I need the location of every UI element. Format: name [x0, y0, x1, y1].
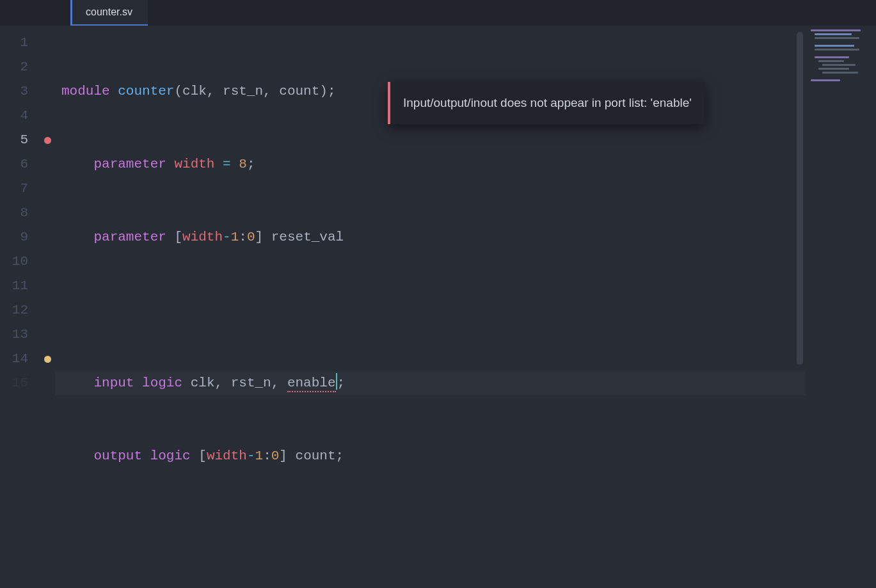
text-cursor: [336, 373, 337, 390]
diagnostic-gutter: [40, 26, 55, 588]
vertical-scrollbar[interactable]: [797, 32, 803, 365]
tab-active[interactable]: counter.sv: [70, 0, 148, 26]
line-number-gutter: 1 2 3 4 5 6 7 8 9 10 11 12 13 14 15: [0, 26, 40, 588]
tab-filename: counter.sv: [86, 6, 132, 17]
warning-marker[interactable]: [40, 347, 55, 371]
error-marker[interactable]: [40, 128, 55, 152]
tab-bar: counter.sv: [0, 0, 876, 26]
minimap[interactable]: [806, 26, 876, 588]
error-underline-enable[interactable]: enable: [287, 376, 336, 392]
diagnostic-tooltip: Input/output/inout does not appear in po…: [388, 82, 705, 124]
tooltip-message: Input/output/inout does not appear in po…: [403, 96, 692, 109]
code-editor[interactable]: 1 2 3 4 5 6 7 8 9 10 11 12 13 14 15 modu…: [0, 26, 876, 588]
